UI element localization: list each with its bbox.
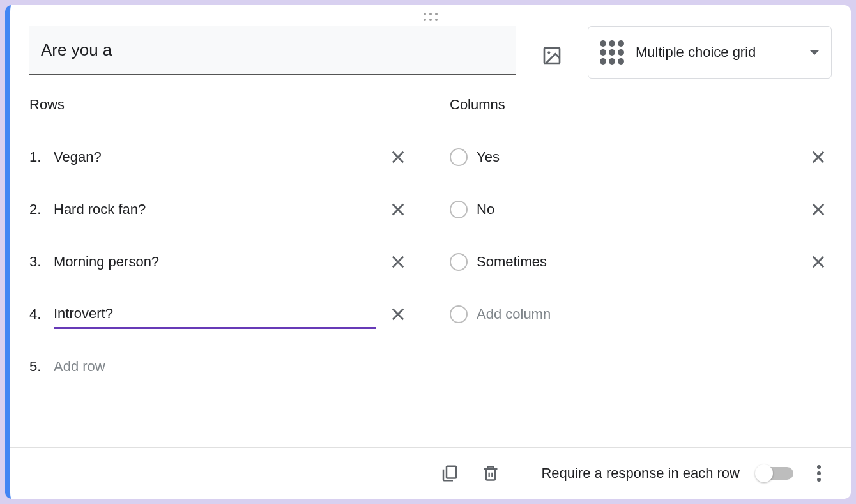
remove-column-button[interactable] [805,248,832,275]
chevron-down-icon [809,50,820,55]
card-footer: Require a response in each row [10,447,851,499]
remove-row-button[interactable] [385,196,411,223]
row-number: 3. [29,254,45,270]
column-label-input[interactable] [477,196,796,223]
trash-icon [482,464,500,483]
drag-icon [424,13,438,21]
row-item: 1. [29,131,411,183]
remove-row-button[interactable] [385,248,411,275]
more-options-button[interactable] [806,461,832,486]
add-row-input[interactable] [54,353,411,380]
column-item [450,183,832,236]
close-icon [389,148,407,166]
svg-rect-2 [447,466,456,478]
row-label-input[interactable] [54,144,376,171]
remove-row-button[interactable] [385,301,411,328]
close-icon [389,305,407,323]
require-toggle[interactable] [758,467,793,480]
question-title-input[interactable] [29,26,516,75]
dots-vertical-icon [817,465,821,469]
radio-icon [450,148,468,166]
column-label-input[interactable] [477,144,796,171]
question-type-label: Multiple choice grid [636,44,798,61]
remove-column-button[interactable] [805,144,832,171]
close-icon [389,253,407,271]
rows-title: Rows [29,96,411,113]
require-label: Require a response in each row [541,465,740,482]
row-label-input[interactable] [54,196,376,223]
add-row-item[interactable]: 5. [29,340,411,393]
radio-icon [450,201,468,218]
add-image-button[interactable] [535,39,569,72]
question-card: Multiple choice grid Rows 1. 2. [5,5,851,499]
row-number: 2. [29,201,45,218]
close-icon [389,201,407,218]
radio-icon [450,253,468,271]
row-label-input[interactable] [54,300,376,329]
question-type-select[interactable]: Multiple choice grid [588,26,832,79]
row-item: 2. [29,183,411,236]
column-item [450,236,832,288]
remove-row-button[interactable] [385,144,411,171]
row-number: 4. [29,306,45,323]
row-item: 4. [29,288,411,340]
columns-section: Columns [450,96,832,447]
column-label-input[interactable] [477,248,796,275]
grid-icon [600,40,624,65]
toggle-knob [755,464,773,482]
svg-point-1 [547,51,550,54]
image-icon [542,45,562,66]
radio-icon [450,305,468,323]
columns-title: Columns [450,96,832,113]
close-icon [809,148,827,166]
close-icon [809,201,827,218]
row-label-input[interactable] [54,248,376,275]
drag-handle[interactable] [10,5,851,26]
row-number: 1. [29,149,45,165]
add-column-placeholder[interactable]: Add column [477,306,832,323]
column-item [450,131,832,183]
row-item: 3. [29,236,411,288]
row-number: 5. [29,358,45,375]
delete-button[interactable] [477,459,505,487]
close-icon [809,253,827,271]
divider [523,460,523,487]
add-column-item[interactable]: Add column [450,288,832,340]
copy-icon [440,464,459,483]
remove-column-button[interactable] [805,196,832,223]
rows-section: Rows 1. 2. 3. [29,96,411,447]
duplicate-button[interactable] [436,459,464,487]
